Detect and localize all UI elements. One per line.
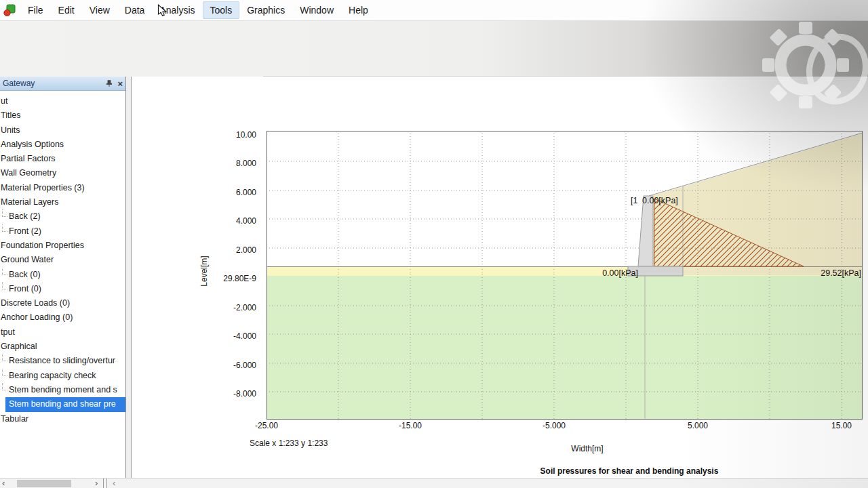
tree-item-stem-bending-moment[interactable]: Stem bending moment and s: [0, 383, 125, 397]
y-tick: -2.000: [202, 303, 256, 312]
tree-item-analysis-options[interactable]: Analysis Options: [0, 138, 125, 152]
y-axis-label: Level[m]: [199, 244, 209, 298]
tree-item-tabular[interactable]: Tabular: [0, 412, 125, 426]
tree-item-anchor-loading[interactable]: Anchor Loading (0): [0, 310, 125, 325]
y-tick: 6.000: [202, 188, 256, 197]
x-tick: -25.00: [246, 421, 287, 430]
tree-item-layers-back[interactable]: Back (2): [0, 209, 125, 224]
plot-caption: Soil pressures for shear and bending ana…: [494, 466, 765, 476]
tree-item-stem-bending-shear-pressures[interactable]: Stem bending and shear pre: [5, 397, 125, 411]
toolbar-area: ? Σ Σ Aa aA bmp Pa,p: [0, 20, 868, 77]
y-tick: -4.000: [202, 331, 256, 341]
gateway-panel: Gateway × ut Titles Units Analysis Optio…: [0, 77, 126, 478]
tree-item-wall-geometry[interactable]: Wall Geometry: [0, 166, 125, 180]
x-tick: 15.00: [821, 421, 862, 430]
soil-green-layer: [267, 276, 863, 420]
plot-canvas: 10.00 8.000 6.000 4.000 2.000 29.80E-9 -…: [132, 77, 868, 478]
gateway-title: Gateway: [3, 79, 105, 88]
panel-scroll-right-icon[interactable]: ›: [95, 478, 98, 488]
tree-item-water-back[interactable]: Back (0): [0, 268, 125, 282]
tree-item-units[interactable]: Units: [0, 123, 125, 138]
pin-icon[interactable]: [105, 79, 113, 88]
menu-file[interactable]: File: [20, 1, 51, 19]
tree-item-discrete-loads[interactable]: Discrete Loads (0): [0, 296, 125, 310]
tree-item-input[interactable]: ut: [0, 94, 125, 108]
app-logo-icon: [3, 3, 16, 17]
menu-window[interactable]: Window: [292, 1, 341, 19]
menu-help[interactable]: Help: [341, 1, 376, 19]
node-label: [1: [631, 196, 637, 205]
panel-scroll-thumb[interactable]: [17, 480, 71, 487]
tree-item-water-front[interactable]: Front (0): [0, 282, 125, 296]
menu-view[interactable]: View: [82, 1, 117, 19]
x-tick: -5.000: [534, 421, 574, 430]
canvas-scroll-left-icon[interactable]: ‹: [113, 478, 115, 488]
x-axis-label: Width[m]: [553, 444, 621, 453]
y-tick: 4.000: [202, 216, 256, 226]
tree-item-ground-water[interactable]: Ground Water: [0, 253, 125, 267]
tree-item-titles[interactable]: Titles: [0, 108, 125, 123]
tree-item-partial-factors[interactable]: Partial Factors: [0, 152, 125, 166]
menu-edit[interactable]: Edit: [51, 1, 82, 19]
menu-graphics[interactable]: Graphics: [239, 1, 292, 19]
scrollbar-divider: [106, 479, 107, 488]
pressure-base-left-label: 0.00[kPa]: [570, 268, 638, 278]
tree-item-material-properties[interactable]: Material Properties (3): [0, 181, 125, 195]
y-tick: 2.000: [202, 245, 256, 255]
x-tick: 5.000: [677, 421, 718, 430]
menu-tools[interactable]: Tools: [203, 1, 240, 19]
gateway-header: Gateway ×: [0, 77, 125, 91]
tree-item-foundation-properties[interactable]: Foundation Properties: [0, 239, 125, 253]
panel-splitter[interactable]: [126, 77, 132, 478]
wall-stem: [638, 196, 653, 266]
close-icon[interactable]: ×: [117, 79, 123, 89]
x-tick: -15.00: [390, 421, 431, 430]
scrollbar-divider: [103, 479, 104, 488]
bottom-scrollbar-area: ‹ › ‹: [0, 478, 868, 488]
y-tick: 10.00: [202, 130, 256, 140]
panel-scroll-left-icon[interactable]: ‹: [2, 478, 5, 488]
tree-item-bearing-capacity[interactable]: Bearing capacity check: [0, 369, 125, 383]
y-tick: 8.000: [202, 159, 256, 168]
tree-item-graphical[interactable]: Graphical: [0, 340, 125, 354]
soil-pressure-plot: [267, 131, 863, 420]
y-tick: -8.000: [202, 389, 256, 399]
menu-bar: File Edit View Data Analysis Tools Graph…: [0, 0, 868, 21]
pressure-base-right-label: 29.52[kPa]: [793, 268, 861, 278]
tree-item-output[interactable]: tput: [0, 325, 125, 340]
scale-note: Scale x 1:233 y 1:233: [250, 439, 399, 448]
y-tick: -6.000: [202, 361, 256, 370]
gateway-tree: ut Titles Units Analysis Options Partial…: [0, 91, 125, 426]
tree-item-resistance-sliding[interactable]: Resistance to sliding/overtur: [0, 354, 125, 368]
tree-item-layers-front[interactable]: Front (2): [0, 224, 125, 239]
tree-item-material-layers[interactable]: Material Layers: [0, 195, 125, 209]
application-window: File Edit View Data Analysis Tools Graph…: [0, 0, 868, 488]
menu-data[interactable]: Data: [117, 1, 153, 19]
pressure-top-label: 0.00[kPa]: [642, 196, 678, 205]
y-tick: 29.80E-9: [202, 274, 256, 283]
mouse-cursor: [157, 4, 167, 17]
